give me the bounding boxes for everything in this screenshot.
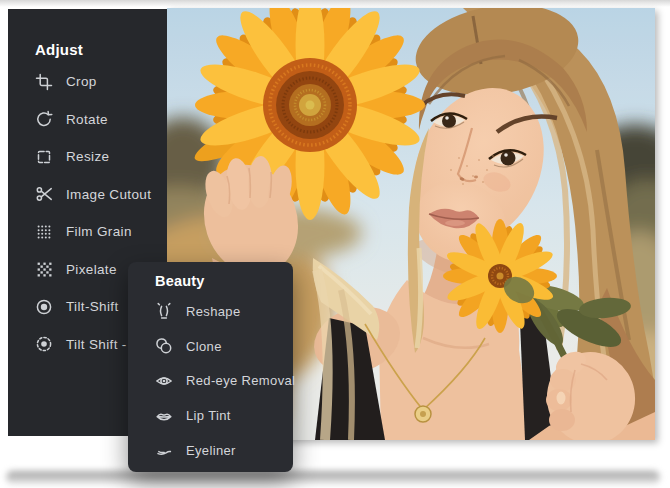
adjust-item-film-grain[interactable]: Film Grain — [8, 213, 167, 251]
resize-icon — [35, 148, 53, 166]
beauty-item-label: Lip Tint — [186, 408, 231, 423]
beauty-item-reshape[interactable]: Reshape — [128, 294, 293, 329]
pixelate-icon — [35, 260, 53, 278]
adjust-item-label: Image Cutout — [66, 187, 151, 202]
adjust-item-rotate[interactable]: Rotate — [8, 101, 167, 139]
clone-icon — [155, 337, 173, 355]
beauty-item-red-eye-removal[interactable]: Red-eye Removal — [128, 364, 293, 399]
lips-icon — [155, 407, 173, 425]
red-eye-icon — [155, 372, 173, 390]
beauty-item-label: Reshape — [186, 304, 241, 319]
adjust-item-resize[interactable]: Resize — [8, 138, 167, 176]
beauty-list: Reshape Clone Red-eye Removal Lip Tint — [128, 294, 293, 468]
top-shadow — [0, 0, 670, 7]
tilt-shift-brush-icon — [35, 335, 53, 353]
adjust-item-label: Crop — [66, 74, 97, 89]
adjust-item-label: Tilt-Shift — [66, 299, 119, 314]
crop-icon — [35, 73, 53, 91]
beauty-panel-title: Beauty — [155, 272, 293, 290]
rotate-icon — [35, 110, 53, 128]
adjust-item-label: Pixelate — [66, 262, 117, 277]
beauty-item-label: Red-eye Removal — [186, 373, 295, 388]
adjust-item-label: Rotate — [66, 112, 108, 127]
eyeliner-icon — [155, 442, 173, 460]
beauty-panel: Beauty Reshape Clone Red-eye Removal — [128, 262, 293, 472]
screenshot-card: Adjust Crop Rotate Resize — [0, 0, 670, 488]
reshape-icon — [155, 302, 173, 320]
beauty-item-eyeliner[interactable]: Eyeliner — [128, 433, 293, 468]
beauty-item-label: Eyeliner — [186, 443, 236, 458]
adjust-item-crop[interactable]: Crop — [8, 63, 167, 101]
adjust-item-label: Resize — [66, 149, 109, 164]
adjust-item-image-cutout[interactable]: Image Cutout — [8, 176, 167, 214]
scissors-icon — [35, 185, 53, 203]
adjust-item-label: Film Grain — [66, 224, 132, 239]
film-grain-icon — [35, 223, 53, 241]
tilt-shift-icon — [35, 298, 53, 316]
beauty-item-clone[interactable]: Clone — [128, 329, 293, 364]
beauty-item-lip-tint[interactable]: Lip Tint — [128, 398, 293, 433]
adjust-panel-title: Adjust — [35, 40, 167, 59]
beauty-item-label: Clone — [186, 339, 222, 354]
card-shadow — [6, 471, 660, 484]
